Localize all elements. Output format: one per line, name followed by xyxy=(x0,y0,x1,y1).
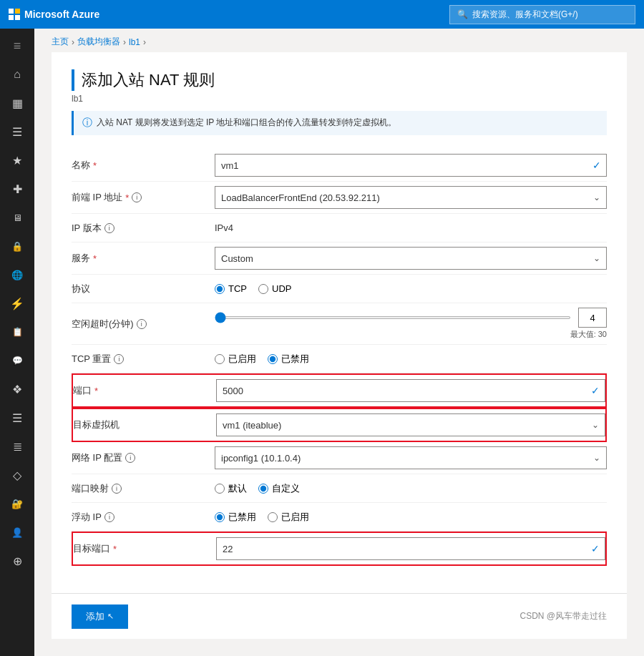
ip-version-label: IP 版本 i xyxy=(72,222,215,235)
port-input[interactable] xyxy=(216,379,605,402)
sidebar-item-home[interactable]: ⌂ xyxy=(0,60,34,89)
floating-ip-disabled-label[interactable]: 已禁用 xyxy=(215,511,256,524)
sidebar-item-lock[interactable]: 🔐 xyxy=(0,489,34,518)
logo-text: Microsoft Azure xyxy=(24,9,99,20)
protocol-tcp-text: TCP xyxy=(228,283,247,294)
protocol-udp-label[interactable]: UDP xyxy=(258,283,291,294)
sidebar-item-help[interactable]: ⊕ xyxy=(0,547,34,575)
name-input-wrapper: ✓ xyxy=(215,154,607,177)
protocol-udp-text: UDP xyxy=(272,283,291,294)
tcp-reset-disabled-radio[interactable] xyxy=(268,354,278,364)
floating-ip-enabled-radio[interactable] xyxy=(268,512,278,522)
port-map-default-label[interactable]: 默认 xyxy=(215,482,247,495)
port-map-info-icon[interactable]: i xyxy=(112,484,122,494)
page-title: 添加入站 NAT 规则 xyxy=(72,69,607,91)
breadcrumb-sep-3: › xyxy=(143,37,146,47)
sidebar-item-user[interactable]: 👤 xyxy=(0,518,34,547)
sidebar-item-dashboard[interactable]: ▦ xyxy=(0,89,34,117)
port-map-custom-radio[interactable] xyxy=(258,484,268,494)
breadcrumb-lb[interactable]: 负载均衡器 xyxy=(77,36,120,48)
protocol-udp-radio[interactable] xyxy=(258,284,268,294)
port-map-custom-label[interactable]: 自定义 xyxy=(258,482,300,495)
protocol-tcp-radio[interactable] xyxy=(215,284,225,294)
sidebar-item-menu[interactable]: ☰ xyxy=(0,117,34,146)
logo-sq-4 xyxy=(15,15,20,20)
tcp-reset-enabled-text: 已启用 xyxy=(228,353,256,366)
sidebar-item-policy[interactable]: 📋 xyxy=(0,318,34,346)
sidebar-item-favorites[interactable]: ★ xyxy=(0,146,34,175)
sidebar-item-security[interactable]: 🔒 xyxy=(0,232,34,260)
breadcrumb-lb1[interactable]: lb1 xyxy=(129,37,140,47)
frontend-ip-dropdown[interactable]: LoadBalancerFrontEnd (20.53.92.211) ⌄ xyxy=(215,186,607,209)
ip-version-info-icon[interactable]: i xyxy=(104,223,114,233)
target-vm-row: 目标虚拟机 vm1 (iteablue) ⌄ xyxy=(72,408,607,442)
tcp-reset-disabled-label[interactable]: 已禁用 xyxy=(268,353,309,366)
floating-ip-disabled-radio[interactable] xyxy=(215,512,225,522)
add-button[interactable]: 添加 ↖ xyxy=(72,604,128,629)
sidebar-item-allservices[interactable]: ✚ xyxy=(0,175,34,203)
target-vm-arrow-icon: ⌄ xyxy=(592,420,599,430)
frontend-ip-row: 前端 IP 地址 * i LoadBalancerFrontEnd (20.53… xyxy=(72,182,607,214)
port-map-default-radio[interactable] xyxy=(215,484,225,494)
sidebar-item-expand[interactable]: ≡ xyxy=(0,31,34,60)
floating-ip-label: 浮动 IP i xyxy=(72,511,215,524)
service-dropdown[interactable]: Custom ⌄ xyxy=(215,247,607,270)
port-label: 端口 * xyxy=(73,384,216,397)
add-button-label: 添加 xyxy=(86,610,104,623)
sidebar-item-monitor[interactable]: 💬 xyxy=(0,346,34,375)
page-subtitle: lb1 xyxy=(72,94,607,104)
frontend-ip-info-icon[interactable]: i xyxy=(132,192,142,202)
sidebar-item-stream[interactable]: ≣ xyxy=(0,432,34,461)
port-row: 端口 * ✓ xyxy=(72,373,607,408)
port-input-wrapper: ✓ xyxy=(216,379,605,402)
protocol-radio-group: TCP UDP xyxy=(215,283,291,294)
target-port-input-wrapper: ✓ xyxy=(216,537,605,560)
slider-max-label: 最大值: 30 xyxy=(215,329,607,340)
breadcrumb-home[interactable]: 主页 xyxy=(52,36,69,48)
info-banner-text: 入站 NAT 规则将发送到选定 IP 地址和端口组合的传入流量转发到特定虚拟机。 xyxy=(97,117,396,129)
floating-ip-info-icon[interactable]: i xyxy=(104,512,114,522)
cursor-icon: ↖ xyxy=(107,612,114,621)
name-check-icon: ✓ xyxy=(592,160,601,171)
tcp-reset-label: TCP 重置 i xyxy=(72,353,215,366)
sidebar-item-diamond[interactable]: ◇ xyxy=(0,461,34,489)
port-control: ✓ xyxy=(216,379,605,402)
sidebar-item-list[interactable]: ☰ xyxy=(0,403,34,432)
service-label: 服务 * xyxy=(72,252,215,265)
port-map-control: 默认 自定义 xyxy=(215,482,607,495)
target-vm-control: vm1 (iteablue) ⌄ xyxy=(216,413,605,436)
target-vm-dropdown[interactable]: vm1 (iteablue) ⌄ xyxy=(216,413,605,436)
sidebar: ≡ ⌂ ▦ ☰ ★ ✚ 🖥 🔒 🌐 ⚡ 📋 💬 ❖ ☰ ≣ ◇ 🔐 👤 ⊕ xyxy=(0,29,34,656)
idle-timeout-slider[interactable] xyxy=(215,316,571,319)
idle-timeout-label: 空闲超时(分钟) i xyxy=(72,318,215,331)
protocol-tcp-label[interactable]: TCP xyxy=(215,283,247,294)
name-control: ✓ xyxy=(215,154,607,177)
breadcrumb-sep-2: › xyxy=(123,37,126,47)
idle-timeout-info-icon[interactable]: i xyxy=(137,319,147,329)
tcp-reset-enabled-radio[interactable] xyxy=(215,354,225,364)
ip-version-control: IPv4 xyxy=(215,222,607,233)
sidebar-item-special[interactable]: ❖ xyxy=(0,375,34,403)
network-ip-dropdown[interactable]: ipconfig1 (10.1.0.4) ⌄ xyxy=(215,446,607,469)
tcp-reset-info-icon[interactable]: i xyxy=(114,354,124,364)
network-ip-info-icon[interactable]: i xyxy=(125,453,135,463)
target-port-input[interactable] xyxy=(216,537,605,560)
search-bar[interactable]: 🔍 搜索资源、服务和文档(G+/) xyxy=(449,5,635,24)
logo-icon xyxy=(9,9,20,20)
port-map-row: 端口映射 i 默认 自定义 xyxy=(72,474,607,503)
floating-ip-enabled-label[interactable]: 已启用 xyxy=(268,511,309,524)
name-input[interactable] xyxy=(215,154,607,177)
tcp-reset-enabled-label[interactable]: 已启用 xyxy=(215,353,256,366)
content-area: 主页 › 负载均衡器 › lb1 › 添加入站 NAT 规则 lb1 ⓘ 入站 … xyxy=(34,29,644,656)
sidebar-item-functions[interactable]: ⚡ xyxy=(0,289,34,318)
network-ip-row: 网络 IP 配置 i ipconfig1 (10.1.0.4) ⌄ xyxy=(72,442,607,474)
sidebar-item-network[interactable]: 🌐 xyxy=(0,260,34,289)
target-port-row: 目标端口 * ✓ xyxy=(72,532,607,566)
sidebar-item-vm[interactable]: 🖥 xyxy=(0,203,34,232)
logo-sq-2 xyxy=(15,9,20,14)
target-port-label: 目标端口 * xyxy=(73,542,216,555)
idle-timeout-control: 4 最大值: 30 xyxy=(215,308,607,340)
idle-timeout-row: 空闲超时(分钟) i 4 最大值: 30 xyxy=(72,303,607,345)
target-port-check-icon: ✓ xyxy=(591,543,600,554)
frontend-ip-arrow-icon: ⌄ xyxy=(593,192,600,202)
